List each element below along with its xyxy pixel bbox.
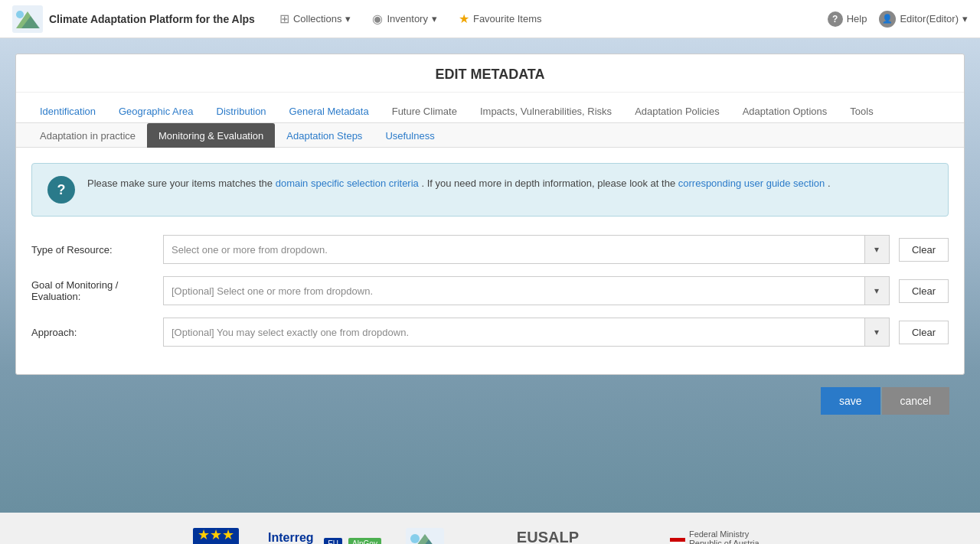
form-row-goal-of-monitoring: Goal of Monitoring / Evaluation: [Option… — [31, 276, 949, 305]
cancel-button[interactable]: cancel — [882, 387, 949, 415]
info-box: ? Please make sure your items matches th… — [31, 163, 949, 217]
label-goal-of-monitoring: Goal of Monitoring / Evaluation: — [31, 279, 154, 302]
info-link-criteria[interactable]: domain specific selection criteria — [276, 178, 419, 189]
interreg-logo: Interreg Alpine Space EU AlpGov — [263, 531, 381, 544]
nav-inventory[interactable]: ◉ Inventory ▾ — [363, 7, 446, 31]
editor-button[interactable]: 👤 Editor(Editor) ▾ — [879, 11, 968, 28]
dropdown-type-of-resource-btn[interactable]: ▾ — [864, 236, 889, 263]
content-area: ? Please make sure your items matches th… — [16, 148, 964, 374]
eusalp-area: EUSALP EU STRATEGY FOR THE ALPINE REGION — [406, 528, 645, 544]
tab-adaptation-policies[interactable]: Adaptation Policies — [623, 99, 731, 123]
app-title: Climate Adaptation Platform for the Alps — [49, 13, 255, 25]
republic-austria-text: Republic of Austria — [689, 539, 787, 544]
svg-point-3 — [16, 11, 24, 18]
dropdown-approach-text: [Optional] You may select exactly one fr… — [164, 321, 864, 344]
federal-ministry-text: Federal Ministry — [689, 529, 787, 539]
nav-collections[interactable]: ⊞ Collections ▾ — [270, 7, 361, 31]
tab-general-metadata[interactable]: General Metadata — [278, 99, 381, 123]
tab-adaptation-in-practice[interactable]: Adaptation in practice — [28, 123, 147, 148]
svg-point-7 — [410, 534, 420, 543]
info-text-end: . — [828, 178, 831, 189]
help-icon: ? — [828, 11, 843, 27]
page-title: EDIT METADATA — [16, 54, 964, 93]
eusalp-bold: EUSALP — [450, 529, 645, 544]
dropdown-goal-of-monitoring-btn[interactable]: ▾ — [864, 277, 889, 305]
save-button[interactable]: save — [821, 387, 880, 415]
eusalp-mountain-icon — [406, 528, 444, 544]
help-button[interactable]: ? Help — [828, 11, 867, 27]
inventory-icon: ◉ — [372, 11, 383, 26]
label-type-of-resource: Type of Resource: — [31, 244, 154, 256]
tab-distribution[interactable]: Distribution — [205, 99, 278, 123]
eu-flag: ★★★★★★ — [193, 528, 239, 544]
eu-label: EU — [324, 538, 342, 545]
header-right: ? Help 👤 Editor(Editor) ▾ — [828, 11, 968, 28]
clear-type-of-resource[interactable]: Clear — [899, 238, 949, 262]
tab-tools[interactable]: Tools — [838, 99, 884, 123]
dropdown-type-of-resource-text: Select one or more from dropdown. — [164, 238, 864, 262]
app-logo[interactable]: Climate Adaptation Platform for the Alps — [12, 5, 255, 33]
dropdown-approach-btn[interactable]: ▾ — [864, 318, 889, 346]
clear-goal-of-monitoring[interactable]: Clear — [899, 279, 949, 303]
label-approach: Approach: — [31, 327, 154, 338]
editor-icon: 👤 — [879, 11, 896, 28]
form-row-type-of-resource: Type of Resource: Select one or more fro… — [31, 235, 949, 264]
tab-monitoring-evaluation[interactable]: Monitoring & Evaluation — [147, 123, 275, 148]
interreg-text: Interreg — [263, 531, 318, 544]
star-icon: ★ — [459, 11, 469, 26]
tab-identification[interactable]: Identification — [28, 99, 107, 123]
austria-flag — [670, 538, 685, 544]
main-nav: ⊞ Collections ▾ ◉ Inventory ▾ ★ Favourit… — [270, 7, 828, 31]
nav-favourite[interactable]: ★ Favourite Items — [449, 7, 551, 31]
info-icon: ? — [47, 176, 75, 204]
footer-logos: ★★★★★★ Interreg Alpine Space EU AlpGov E… — [0, 528, 980, 544]
tab-adaptation-options[interactable]: Adaptation Options — [731, 99, 839, 123]
dropdown-type-of-resource[interactable]: Select one or more from dropdown. ▾ — [163, 235, 890, 264]
dropdown-goal-of-monitoring-text: [Optional] Select one or more from dropd… — [164, 279, 864, 303]
info-text: Please make sure your items matches the … — [87, 176, 831, 191]
tabs-row-2: Adaptation in practice Monitoring & Eval… — [16, 123, 964, 148]
form-row-approach: Approach: [Optional] You may select exac… — [31, 318, 949, 347]
dropdown-approach[interactable]: [Optional] You may select exactly one fr… — [163, 318, 890, 347]
info-text-before: Please make sure your items matches the — [87, 178, 276, 189]
collections-icon: ⊞ — [279, 11, 289, 26]
tab-future-climate[interactable]: Future Climate — [381, 99, 469, 123]
tab-usefulness[interactable]: Usefulness — [374, 123, 446, 148]
background-area: EDIT METADATA Identification Geographic … — [0, 38, 980, 513]
tab-geographic-area[interactable]: Geographic Area — [107, 99, 205, 123]
bottom-bar: save cancel — [15, 375, 965, 427]
tab-impacts[interactable]: Impacts, Vulnerabilities, Risks — [469, 99, 623, 123]
austria-area: Federal Ministry Republic of Austria Sus… — [670, 529, 787, 544]
tabs-row-1: Identification Geographic Area Distribut… — [16, 93, 964, 123]
alpgov-label: AlpGov — [348, 538, 381, 545]
content-box: EDIT METADATA Identification Geographic … — [15, 54, 965, 375]
info-text-middle: . If you need more in depth information,… — [421, 178, 678, 189]
tab-adaptation-steps[interactable]: Adaptation Steps — [275, 123, 374, 148]
header: Climate Adaptation Platform for the Alps… — [0, 0, 980, 38]
dropdown-goal-of-monitoring[interactable]: [Optional] Select one or more from dropd… — [163, 276, 890, 305]
info-link-guide[interactable]: corresponding user guide section — [678, 178, 825, 189]
clear-approach[interactable]: Clear — [899, 321, 949, 344]
footer: ★★★★★★ Interreg Alpine Space EU AlpGov E… — [0, 513, 980, 544]
